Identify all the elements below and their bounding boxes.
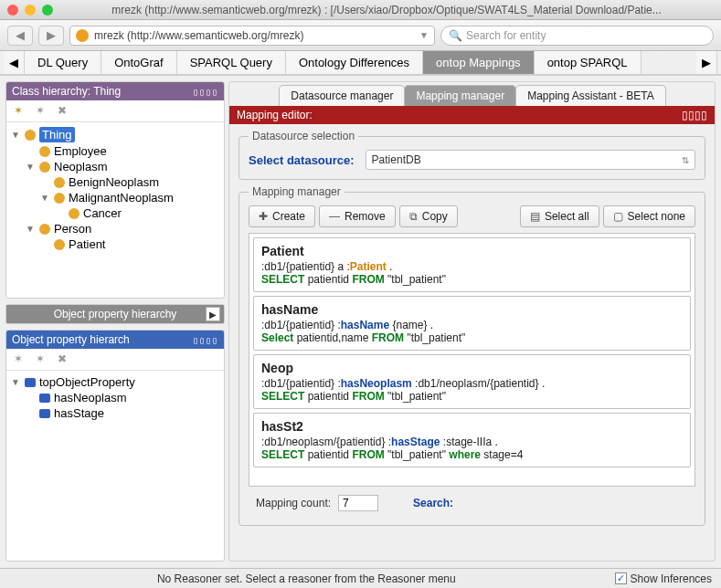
show-inferences-checkbox[interactable]: ✓ Show Inferences bbox=[615, 572, 712, 585]
tree-item[interactable]: ▼topObjectProperty bbox=[10, 374, 220, 390]
nav-toolbar: ◀ ▶ mrezk (http://www.semanticweb.org/mr… bbox=[0, 20, 721, 51]
mapping-sql: Select patientid,name FROM "tbl_patient" bbox=[261, 331, 683, 344]
copy-icon: ⧉ bbox=[409, 210, 418, 223]
mapping-target: :db1/{patientid} :hasName {name} . bbox=[261, 319, 683, 331]
tree-label: Person bbox=[54, 222, 91, 236]
subtab-mapping-manager[interactable]: Mapping manager bbox=[404, 85, 516, 106]
subtab-mapping-assistant[interactable]: Mapping Assistant - BETA bbox=[515, 85, 666, 106]
tab-sparql-query[interactable]: SPARQL Query bbox=[177, 51, 286, 74]
mapping-item[interactable]: hasName :db1/{patientid} :hasName {name}… bbox=[253, 296, 691, 351]
add-subclass-button[interactable]: ✶ bbox=[10, 104, 27, 119]
play-icon[interactable]: ▶ bbox=[206, 307, 220, 321]
mapping-name: hasName bbox=[261, 302, 683, 317]
zoom-icon[interactable] bbox=[42, 5, 53, 16]
tree-item[interactable]: BenignNeoplasm bbox=[10, 174, 220, 190]
object-property-panel: Object property hierarch ▯▯▯▯ ✶ ✶ ✖ ▼top… bbox=[5, 330, 225, 562]
expand-icon[interactable]: ▼ bbox=[10, 130, 21, 140]
tree-item[interactable]: ▼Thing bbox=[10, 126, 220, 143]
mapping-list[interactable]: Patient :db1/{patientid} a :Patient . SE… bbox=[249, 233, 695, 487]
object-property-icon bbox=[39, 394, 50, 403]
tree-item[interactable]: ▼MalignantNeoplasm bbox=[10, 190, 220, 205]
class-icon bbox=[54, 239, 65, 250]
select-all-icon: ▤ bbox=[530, 210, 540, 223]
tree-item[interactable]: hasNeoplasm bbox=[10, 390, 220, 405]
mapping-item[interactable]: Patient :db1/{patientid} a :Patient . SE… bbox=[253, 237, 691, 292]
delete-prop-button[interactable]: ✖ bbox=[54, 352, 70, 367]
chevron-down-icon[interactable]: ▼ bbox=[419, 30, 429, 40]
ontology-iri-field[interactable]: mrezk (http://www.semanticweb.org/mrezk)… bbox=[69, 26, 435, 46]
mapping-button-row: ✚Create —Remove ⧉Copy ▤Select all ▢Selec… bbox=[249, 205, 695, 227]
mapping-item[interactable]: Neop :db1/{patientid} :hasNeoplasm :db1/… bbox=[253, 354, 691, 409]
close-icon[interactable] bbox=[7, 5, 18, 16]
expand-icon[interactable]: ▼ bbox=[25, 224, 36, 234]
globe-icon bbox=[76, 29, 89, 42]
checkbox-icon: ✓ bbox=[615, 572, 627, 584]
tab-ontop-sparql[interactable]: ontop SPARQL bbox=[535, 51, 641, 74]
object-property-header: Object property hierarch ▯▯▯▯ bbox=[6, 331, 224, 349]
expand-icon[interactable]: ▼ bbox=[39, 193, 50, 203]
tree-label: BenignNeoplasm bbox=[69, 175, 159, 189]
tree-item[interactable]: hasStage bbox=[10, 405, 220, 421]
tab-ontograf[interactable]: OntoGraf bbox=[101, 51, 176, 74]
entity-search-input[interactable]: 🔍 Search for entity bbox=[440, 26, 714, 46]
class-hierarchy-header: Class hierarchy: Thing ▯▯▯▯ bbox=[6, 82, 224, 100]
object-property-tree[interactable]: ▼topObjectPropertyhasNeoplasmhasStage bbox=[6, 371, 224, 425]
class-toolbar: ✶ ✶ ✖ bbox=[6, 100, 224, 122]
class-icon bbox=[39, 224, 50, 235]
subtab-datasource-manager[interactable]: Datasource manager bbox=[279, 85, 405, 106]
ontology-iri-text: mrezk (http://www.semanticweb.org/mrezk) bbox=[94, 29, 414, 42]
class-tree[interactable]: ▼ThingEmployee▼NeoplasmBenignNeoplasm▼Ma… bbox=[6, 122, 224, 256]
tree-item[interactable]: ▼Neoplasm bbox=[10, 159, 220, 174]
object-property-tab-label: Object property hierarchy bbox=[54, 308, 177, 320]
datasource-fieldset: Datasource selection Select datasource: … bbox=[239, 130, 705, 180]
panel-controls-icon[interactable]: ▯▯▯▯ bbox=[682, 109, 707, 121]
object-property-icon bbox=[39, 409, 50, 418]
mapping-count-label: Mapping count: bbox=[256, 497, 331, 509]
tree-label: MalignantNeoplasm bbox=[69, 191, 174, 205]
select-all-button[interactable]: ▤Select all bbox=[520, 205, 599, 227]
mapping-count-value[interactable] bbox=[338, 495, 378, 511]
mapping-manager-section: Mapping manager ✚Create —Remove ⧉Copy ▤S… bbox=[229, 185, 715, 531]
class-hierarchy-title: Class hierarchy: Thing bbox=[12, 85, 121, 98]
datasource-select[interactable]: PatientDB ⇅ bbox=[366, 150, 695, 170]
panel-controls-icon[interactable]: ▯▯▯▯ bbox=[193, 87, 218, 97]
expand-icon[interactable]: ▼ bbox=[10, 377, 21, 387]
delete-class-button[interactable]: ✖ bbox=[54, 104, 70, 119]
mapping-subtabs: Datasource manager Mapping manager Mappi… bbox=[229, 82, 715, 106]
mapping-item[interactable]: hasSt2 :db1/neoplasm/{patientid} :hasSta… bbox=[253, 413, 691, 467]
window-title: mrezk (http://www.semanticweb.org/mrezk)… bbox=[59, 4, 714, 16]
tab-dl-query[interactable]: DL Query bbox=[25, 51, 101, 74]
create-button[interactable]: ✚Create bbox=[249, 205, 315, 227]
status-message: No Reasoner set. Select a reasoner from … bbox=[9, 572, 604, 585]
add-subprop-button[interactable]: ✶ bbox=[10, 352, 27, 367]
panel-controls-icon[interactable]: ▯▯▯▯ bbox=[193, 335, 218, 345]
tree-item[interactable]: ▼Person bbox=[10, 221, 220, 236]
mapping-name: Patient bbox=[261, 244, 683, 258]
copy-button[interactable]: ⧉Copy bbox=[399, 205, 458, 227]
updown-icon: ⇅ bbox=[682, 155, 689, 165]
datasource-legend: Datasource selection bbox=[249, 130, 358, 142]
mapping-editor-bar: Mapping editor: ▯▯▯▯ bbox=[229, 106, 715, 124]
tab-ontop-mappings[interactable]: ontop Mappings bbox=[423, 51, 535, 74]
tab-ontology-diff[interactable]: Ontology Differences bbox=[286, 51, 423, 74]
right-column: Datasource manager Mapping manager Mappi… bbox=[228, 81, 716, 562]
object-property-tabbar-header[interactable]: Object property hierarchy ▶ bbox=[6, 305, 224, 323]
mapping-target: :db1/{patientid} :hasNeoplasm :db1/neopl… bbox=[261, 377, 683, 390]
back-button[interactable]: ◀ bbox=[7, 26, 33, 46]
tabs-scroll-right[interactable]: ▶ bbox=[696, 51, 717, 74]
add-sibling-button[interactable]: ✶ bbox=[32, 104, 48, 119]
mapping-search-label: Search: bbox=[413, 497, 453, 509]
forward-button[interactable]: ▶ bbox=[38, 26, 64, 46]
tree-item[interactable]: Patient bbox=[10, 236, 220, 252]
tree-item[interactable]: Employee bbox=[10, 143, 220, 159]
search-icon: 🔍 bbox=[449, 29, 462, 42]
add-sibling-prop-button[interactable]: ✶ bbox=[32, 352, 48, 367]
minimize-icon[interactable] bbox=[25, 5, 36, 16]
expand-icon[interactable]: ▼ bbox=[25, 162, 36, 172]
tree-item[interactable]: Cancer bbox=[10, 205, 220, 221]
object-property-title: Object property hierarch bbox=[12, 333, 130, 346]
tabs-scroll-left[interactable]: ◀ bbox=[4, 51, 25, 74]
select-none-button[interactable]: ▢Select none bbox=[603, 205, 695, 227]
remove-button[interactable]: —Remove bbox=[319, 205, 396, 227]
search-placeholder: Search for entity bbox=[466, 29, 546, 42]
